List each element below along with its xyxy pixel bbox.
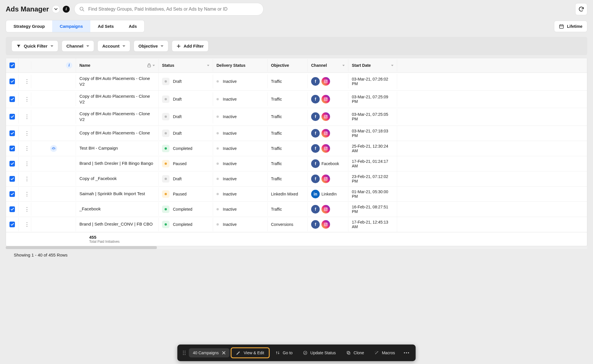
column-header-channel[interactable]: Channel bbox=[308, 59, 348, 72]
row-menu-button[interactable]: ⋮ bbox=[22, 145, 32, 152]
delivery-text: Inactive bbox=[223, 222, 237, 227]
add-filter-label: Add Filter bbox=[184, 44, 204, 48]
status-text: Paused bbox=[173, 161, 186, 166]
row-menu-button[interactable]: ⋮ bbox=[22, 130, 32, 137]
row-checkbox[interactable] bbox=[9, 79, 15, 84]
horizontal-scrollbar[interactable] bbox=[6, 246, 587, 249]
refresh-button[interactable] bbox=[575, 3, 587, 15]
calendar-icon bbox=[559, 24, 564, 29]
instagram-icon bbox=[321, 95, 330, 103]
table-header: i Name Status Delivery Status Objective … bbox=[6, 58, 587, 73]
svg-point-20 bbox=[326, 132, 327, 132]
facebook-icon: f bbox=[311, 129, 320, 138]
row-menu-button[interactable]: ⋮ bbox=[22, 160, 32, 167]
add-filter-button[interactable]: Add Filter bbox=[172, 40, 208, 52]
row-checkbox[interactable] bbox=[9, 114, 15, 120]
table-row[interactable]: ⋮ _Facebook Completed Inactive Traffic f… bbox=[6, 202, 587, 217]
table-row[interactable]: ⋮ Brand | Seth Dresler_CONV | FB CBO Com… bbox=[6, 217, 587, 232]
table-row[interactable]: ⋮ Copy of BH Auto Placements - Clone V2 … bbox=[6, 91, 587, 108]
tab-campaigns[interactable]: Campaigns bbox=[52, 20, 90, 32]
date-range-button[interactable]: Lifetime bbox=[554, 21, 587, 32]
campaign-name: Copy of BH Auto Placements - Clone V2 bbox=[76, 108, 159, 126]
svg-point-19 bbox=[325, 132, 326, 134]
row-checkbox[interactable] bbox=[9, 161, 15, 167]
svg-point-11 bbox=[326, 80, 327, 81]
account-filter-label: Account bbox=[102, 44, 120, 48]
column-header-name[interactable]: Name bbox=[76, 59, 159, 72]
ab-test-icon bbox=[50, 145, 57, 152]
table-row[interactable]: ⋮ Copy of _Facebook Draft Inactive Traff… bbox=[6, 171, 587, 187]
channel-filter-button[interactable]: Channel bbox=[62, 40, 94, 52]
table-row[interactable]: ⋮ Copy of BH Auto Placements - Clone V2 … bbox=[6, 73, 587, 91]
caret-down-icon bbox=[161, 45, 163, 47]
instagram-icon bbox=[321, 144, 330, 153]
row-menu-button[interactable]: ⋮ bbox=[22, 175, 32, 183]
scrollbar-thumb[interactable] bbox=[6, 246, 157, 249]
status-text: Draft bbox=[173, 131, 182, 136]
campaign-name: Copy of _Facebook bbox=[76, 172, 159, 186]
start-date-text: 23-Feb-21, 07:12:02 PM bbox=[352, 174, 393, 183]
delivery-text: Inactive bbox=[223, 161, 237, 166]
row-checkbox[interactable] bbox=[9, 191, 15, 197]
row-menu-button[interactable]: ⋮ bbox=[22, 95, 32, 103]
objective-text: Traffic bbox=[271, 114, 282, 119]
row-menu-button[interactable]: ⋮ bbox=[22, 190, 32, 198]
quick-filter-label: Quick Filter bbox=[24, 44, 48, 48]
row-menu-button[interactable]: ⋮ bbox=[22, 113, 32, 120]
campaign-name: Test BH - Campaign bbox=[76, 142, 159, 155]
row-checkbox[interactable] bbox=[9, 176, 15, 182]
campaign-name: Copy of BH Auto Placements - Clone bbox=[76, 126, 159, 140]
tab-strategy-group[interactable]: Strategy Group bbox=[6, 20, 52, 32]
delivery-text: Inactive bbox=[223, 177, 237, 181]
objective-text: Traffic bbox=[271, 177, 282, 181]
table-row[interactable]: ⋮ Saimah | Sprinklr Builk Import Test Pa… bbox=[6, 187, 587, 202]
campaign-name: _Facebook bbox=[76, 202, 159, 216]
row-menu-button[interactable]: ⋮ bbox=[22, 78, 32, 85]
row-checkbox[interactable] bbox=[9, 130, 15, 136]
objective-text: LinkedIn Mixed bbox=[271, 192, 298, 196]
table-row[interactable]: ⋮ Copy of BH Auto Placements - Clone V2 … bbox=[6, 108, 587, 126]
total-label: Total Paid Initiatives bbox=[89, 240, 120, 244]
account-filter-button[interactable]: Account bbox=[97, 40, 130, 52]
row-menu-button[interactable]: ⋮ bbox=[22, 221, 32, 228]
svg-point-17 bbox=[326, 116, 327, 116]
tab-ad-sets[interactable]: Ad Sets bbox=[90, 20, 121, 32]
delivery-dot-icon bbox=[216, 116, 219, 118]
table-row[interactable]: ⋮ Test BH - Campaign Completed Inactive … bbox=[6, 141, 587, 156]
svg-point-26 bbox=[326, 177, 327, 178]
row-checkbox[interactable] bbox=[9, 96, 15, 102]
delivery-text: Inactive bbox=[223, 146, 237, 151]
delivery-dot-icon bbox=[216, 132, 219, 134]
row-checkbox[interactable] bbox=[9, 222, 15, 227]
info-button[interactable]: i bbox=[63, 6, 70, 13]
table-row[interactable]: ⋮ Brand | Seth Dresler | FB Bingo Bango … bbox=[6, 156, 587, 171]
table-row[interactable]: ⋮ Copy of BH Auto Placements - Clone Dra… bbox=[6, 126, 587, 141]
title-dropdown-button[interactable] bbox=[52, 5, 60, 13]
svg-point-22 bbox=[325, 148, 326, 149]
delivery-text: Inactive bbox=[223, 114, 237, 119]
refresh-icon bbox=[578, 6, 584, 12]
campaign-name: Copy of BH Auto Placements - Clone V2 bbox=[76, 73, 159, 90]
start-date-text: 16-Feb-21, 08:27:51 PM bbox=[352, 205, 393, 214]
row-checkbox[interactable] bbox=[9, 146, 15, 151]
column-header-objective[interactable]: Objective bbox=[268, 59, 308, 72]
select-all-checkbox[interactable] bbox=[9, 62, 15, 68]
info-icon[interactable]: i bbox=[66, 62, 72, 69]
column-header-start-date[interactable]: Start Date bbox=[348, 59, 397, 72]
objective-filter-button[interactable]: Objective bbox=[134, 40, 169, 52]
campaign-name: Saimah | Sprinklr Builk Import Test bbox=[76, 187, 159, 201]
quick-filter-button[interactable]: Quick Filter bbox=[11, 40, 58, 52]
row-menu-button[interactable]: ⋮ bbox=[22, 206, 32, 213]
delivery-dot-icon bbox=[216, 163, 219, 165]
status-text: Completed bbox=[173, 207, 192, 212]
search-input[interactable] bbox=[74, 3, 264, 15]
delivery-dot-icon bbox=[216, 98, 219, 100]
tab-ads[interactable]: Ads bbox=[121, 20, 144, 32]
start-date-text: 03-Mar-21, 07:25:09 PM bbox=[352, 95, 393, 104]
column-header-delivery[interactable]: Delivery Status bbox=[213, 59, 268, 72]
row-checkbox[interactable] bbox=[9, 206, 15, 212]
svg-point-32 bbox=[326, 223, 327, 224]
svg-point-10 bbox=[325, 81, 326, 82]
objective-text: Conversions bbox=[271, 222, 293, 227]
column-header-status[interactable]: Status bbox=[159, 59, 213, 72]
